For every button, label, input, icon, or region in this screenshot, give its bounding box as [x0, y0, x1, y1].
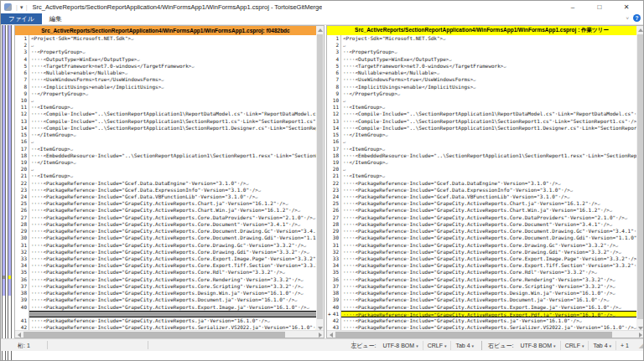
code-row[interactable]: 26····<PackageReference·Include="GrapeCi…	[327, 207, 636, 214]
code-row[interactable]: 25····<PackageReference·Include="GrapeCi…	[15, 200, 316, 207]
code-row[interactable]: 29····<PackageReference·Include="GrapeCi…	[327, 228, 636, 235]
code-row[interactable]: 28····<PackageReference·Include="GrapeCi…	[327, 221, 636, 228]
right-horizontal-scrollbar[interactable]	[327, 330, 644, 338]
code-row[interactable]: 18····<EmbeddedResource·Include="..\Sect…	[15, 152, 316, 159]
code-row[interactable]: 19··</ItemGroup>↵	[15, 159, 316, 166]
left-hscroll-thumb[interactable]	[23, 332, 285, 338]
code-row[interactable]: 29····<PackageReference·Include="GrapeCi…	[15, 228, 316, 235]
code-row[interactable]: 40····<PackageReference·Include="GrapeCi…	[15, 304, 316, 311]
code-lines-left[interactable]: 1<Project·Sdk="Microsoft.NET.Sdk">↵2↵3··…	[15, 35, 316, 332]
right-vscroll-thumb[interactable]	[637, 34, 643, 319]
code-row[interactable]: 38····<PackageReference·Include="GrapeCi…	[15, 290, 316, 297]
code-row[interactable]: 34····<PackageReference·Include="GrapeCi…	[15, 262, 316, 269]
left-view-eol-dropdown[interactable]: CRLF▾	[423, 341, 451, 350]
code-row[interactable]: 4····<OutputType>WinExe</OutputType>↵	[15, 56, 316, 63]
scroll-right-icon[interactable]	[316, 331, 324, 338]
code-row[interactable]: 12····<Compile·Include="..\SectionReport…	[15, 111, 316, 117]
code-row[interactable]: 35····<PackageReference·Include="GrapeCi…	[327, 269, 636, 276]
menu-edit[interactable]: 編集	[42, 13, 70, 24]
code-row[interactable]: 2↵	[327, 42, 636, 49]
code-row[interactable]: 27····<PackageReference·Include="GrapeCi…	[327, 214, 636, 221]
right-view-tab-dropdown[interactable]: Tab 4▾	[588, 341, 615, 350]
code-row[interactable]: 27····<PackageReference·Include="GrapeCi…	[15, 214, 316, 221]
scroll-left-icon[interactable]	[15, 331, 23, 338]
help-icon[interactable]: ?	[633, 14, 641, 22]
code-row[interactable]: 30····<PackageReference·Include="GrapeCi…	[327, 235, 636, 241]
code-row[interactable]: 1<Project·Sdk="Microsoft.NET.Sdk">↵	[15, 35, 316, 42]
code-row[interactable]: 28····<PackageReference·Include="GrapeCi…	[15, 221, 316, 228]
code-row[interactable]: 6····<Nullable>enable</Nullable>↵	[15, 70, 316, 76]
code-row[interactable]: 33····<PackageReference·Include="GrapeCi…	[327, 255, 636, 262]
code-row[interactable]: 26····<PackageReference·Include="GrapeCi…	[15, 207, 316, 214]
code-row-missing[interactable]	[15, 311, 316, 317]
code-row[interactable]: 20↵	[327, 166, 636, 173]
quick-access-caret-icon[interactable]: ▼	[19, 5, 24, 10]
code-row[interactable]: 19··</ItemGroup>↵	[327, 159, 636, 166]
code-row[interactable]: 10↵	[15, 97, 316, 104]
code-row[interactable]: 23····<PackageReference·Include="Gcef.Da…	[327, 187, 636, 193]
right-view-eol-dropdown[interactable]: CRLF▾	[560, 341, 589, 350]
diff-locator-bar[interactable]	[1, 25, 13, 361]
code-row[interactable]: 25····<PackageReference·Include="GrapeCi…	[327, 200, 636, 207]
minimize-button[interactable]: –	[559, 1, 586, 13]
code-row[interactable]: 9··</PropertyGroup>↵	[327, 90, 636, 97]
right-hscroll-thumb[interactable]	[335, 332, 612, 338]
code-row[interactable]: 9··</PropertyGroup>↵	[15, 90, 316, 97]
code-row[interactable]: 3··<PropertyGroup>↵	[327, 49, 636, 55]
code-row[interactable]: 17··<ItemGroup>↵	[15, 146, 316, 152]
code-row[interactable]: 38····<PackageReference·Include="GrapeCi…	[327, 290, 636, 297]
code-row[interactable]: 21··<ItemGroup>↵	[15, 173, 316, 179]
scroll-left-icon[interactable]	[327, 331, 335, 338]
code-row[interactable]: 16↵	[15, 138, 316, 145]
code-row[interactable]: 1<Project·Sdk="Microsoft.NET.Sdk">↵	[327, 35, 636, 42]
scroll-right-icon[interactable]	[636, 331, 644, 338]
code-row[interactable]: 12····<Compile·Include="..\SectionReport…	[327, 111, 636, 117]
left-view-tab-dropdown[interactable]: Tab 4▾	[450, 341, 478, 350]
locator-strip-right[interactable]	[8, 25, 12, 361]
code-row[interactable]: 32····<PackageReference·Include="GrapeCi…	[327, 249, 636, 255]
code-row[interactable]: 16↵	[327, 138, 636, 145]
code-row[interactable]: 23····<PackageReference·Include="Gcef.Da…	[15, 187, 316, 193]
code-row[interactable]: 22····<PackageReference·Include="Gcef.Da…	[327, 180, 636, 187]
code-row[interactable]: 3··<PropertyGroup>↵	[15, 49, 316, 55]
code-row[interactable]: 14····<Compile·Include="..\SectionReport…	[327, 125, 636, 132]
code-row[interactable]: 34····<PackageReference·Include="GrapeCi…	[327, 262, 636, 269]
code-row[interactable]: 35····<PackageReference·Include="GrapeCi…	[15, 269, 316, 276]
resize-grip-icon[interactable]: ◢	[639, 342, 644, 349]
maximize-button[interactable]: □	[586, 1, 613, 13]
ribbon-collapse-caret-icon[interactable]: ˅	[626, 16, 629, 21]
code-row[interactable]: 7····<UseWindowsForms>true</UseWindowsFo…	[15, 76, 316, 83]
code-row[interactable]: 21··<ItemGroup>↵	[327, 173, 636, 179]
code-row[interactable]: 13····<Compile·Include="..\SectionReport…	[15, 118, 316, 125]
code-row[interactable]: 33····<PackageReference·Include="GrapeCi…	[15, 255, 316, 262]
code-row[interactable]: 36····<PackageReference·Include="GrapeCi…	[15, 276, 316, 283]
code-row[interactable]: 32····<PackageReference·Include="GrapeCi…	[15, 249, 316, 255]
left-vscroll-thumb[interactable]	[317, 34, 323, 319]
menu-file[interactable]: ファイル	[1, 13, 42, 24]
code-row[interactable]: 31····<PackageReference·Include="GrapeCi…	[327, 242, 636, 249]
code-row[interactable]: 5····<TargetFramework>net7.0-windows</Ta…	[15, 63, 316, 70]
right-view-encoding-dropdown[interactable]: UTF-8 BOM▾	[516, 341, 559, 350]
code-row[interactable]: 15··</ItemGroup>↵	[327, 132, 636, 138]
code-row[interactable]: 2↵	[15, 42, 316, 49]
code-row[interactable]: 17··<ItemGroup>↵	[327, 146, 636, 152]
left-vertical-scrollbar[interactable]	[316, 26, 324, 332]
left-horizontal-scrollbar[interactable]	[15, 330, 324, 338]
code-row[interactable]: 20↵	[15, 166, 316, 173]
code-row[interactable]: 8····<ImplicitUsings>enable</ImplicitUsi…	[15, 84, 316, 90]
code-row[interactable]: 4····<OutputType>WinExe</OutputType>↵	[327, 56, 636, 63]
code-row[interactable]: 8····<ImplicitUsings>enable</ImplicitUsi…	[327, 84, 636, 90]
code-row[interactable]: 18····<EmbeddedResource·Include="..\Sect…	[327, 152, 636, 159]
code-row[interactable]: 39····<PackageReference·Include="GrapeCi…	[327, 297, 636, 303]
code-row[interactable]: 15··</ItemGroup>↵	[15, 132, 316, 138]
code-row[interactable]: 37····<PackageReference·Include="GrapeCi…	[327, 283, 636, 290]
code-lines-right[interactable]: 1<Project·Sdk="Microsoft.NET.Sdk">↵2↵3··…	[327, 35, 636, 332]
code-row[interactable]: 11··<ItemGroup>↵	[327, 104, 636, 111]
scroll-up-icon[interactable]	[636, 26, 644, 34]
code-row[interactable]: 7····<UseWindowsForms>true</UseWindowsFo…	[327, 76, 636, 83]
code-row[interactable]: 11··<ItemGroup>↵	[15, 104, 316, 111]
code-row[interactable]: 31····<PackageReference·Include="GrapeCi…	[15, 242, 316, 249]
code-row-added[interactable]: +41····<PackageReference·Include="GrapeC…	[327, 311, 636, 317]
code-row[interactable]: 42····<PackageReference·Include="GrapeCi…	[327, 317, 636, 324]
code-row[interactable]: 14····<Compile·Include="..\SectionReport…	[15, 125, 316, 132]
